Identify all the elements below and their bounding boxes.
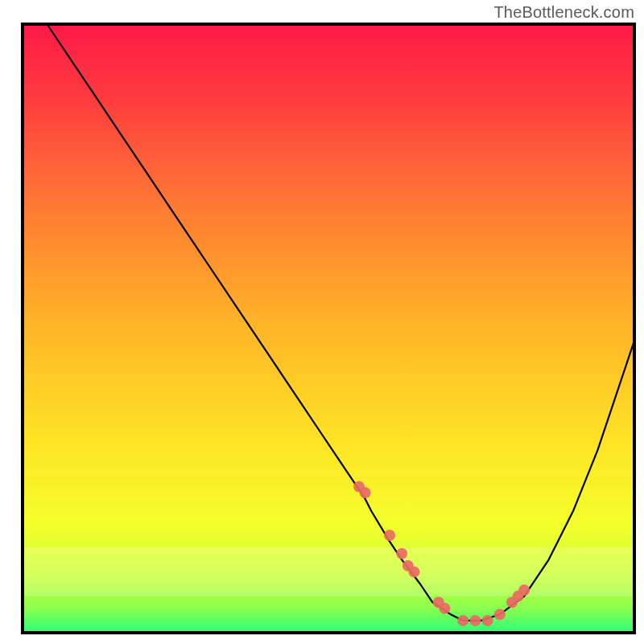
data-point — [439, 603, 450, 614]
data-point — [360, 487, 371, 498]
bottleneck-chart — [0, 0, 644, 644]
attribution-label: TheBottleneck.com — [493, 3, 634, 22]
data-point — [469, 615, 481, 626]
chart-container: TheBottleneck.com — [0, 0, 644, 644]
data-point — [494, 609, 506, 620]
data-point — [518, 584, 530, 596]
data-point — [384, 530, 395, 541]
chart-background — [23, 24, 634, 633]
highlight-band — [23, 547, 634, 596]
data-point — [457, 615, 469, 626]
data-point — [482, 615, 493, 626]
data-point — [396, 548, 407, 559]
data-point — [408, 566, 419, 577]
